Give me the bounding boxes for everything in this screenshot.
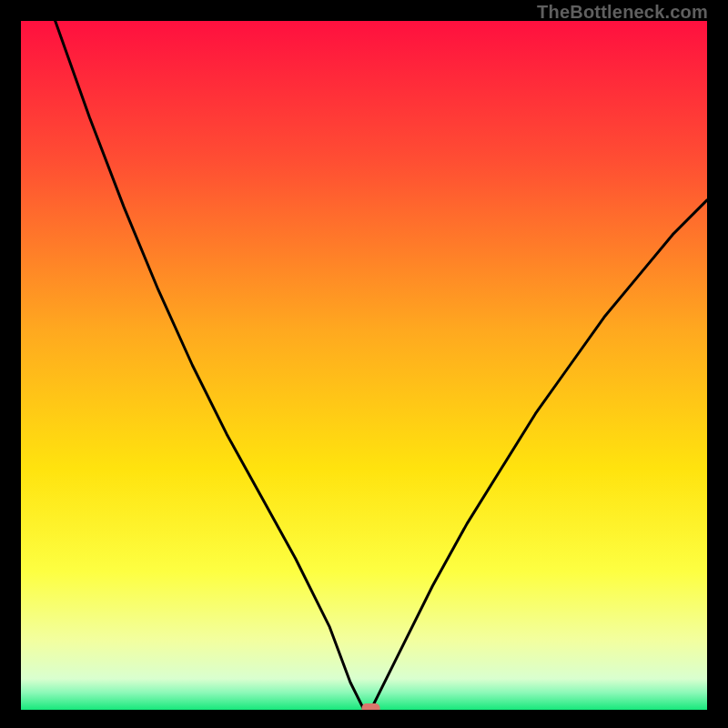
plot-area [21,21,707,710]
minimum-marker [362,703,380,710]
chart-root: TheBottleneck.com [0,0,728,728]
line-chart-svg [21,21,707,710]
gradient-background [21,21,707,710]
watermark-text: TheBottleneck.com [537,2,708,23]
